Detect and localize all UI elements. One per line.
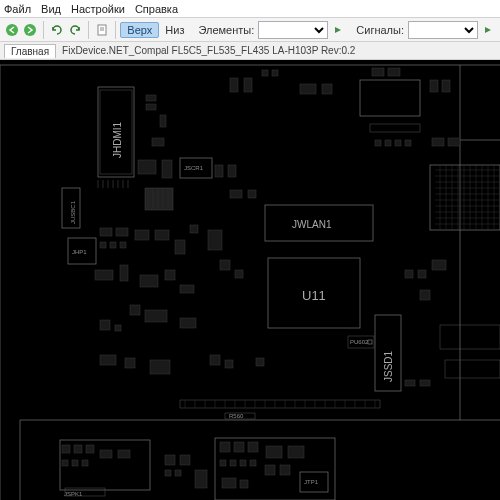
svg-rect-138 — [74, 445, 82, 453]
svg-rect-147 — [234, 442, 244, 452]
svg-rect-130 — [210, 355, 220, 365]
separator — [88, 21, 89, 39]
svg-rect-114 — [100, 320, 110, 330]
svg-rect-20 — [145, 188, 173, 210]
menu-view[interactable]: Вид — [41, 3, 61, 15]
svg-rect-102 — [135, 230, 149, 240]
label-pu602: PU602 — [350, 339, 369, 345]
rotate-right-button[interactable] — [67, 20, 83, 40]
svg-rect-94 — [405, 140, 411, 146]
svg-rect-96 — [448, 138, 460, 146]
svg-rect-151 — [220, 460, 226, 466]
svg-rect-95 — [432, 138, 444, 146]
svg-rect-109 — [140, 275, 158, 287]
svg-rect-118 — [235, 270, 243, 278]
svg-rect-106 — [208, 230, 222, 250]
svg-rect-107 — [95, 270, 113, 280]
elements-go-button[interactable] — [330, 20, 346, 40]
svg-rect-56 — [430, 165, 500, 230]
document-button[interactable] — [94, 20, 110, 40]
svg-rect-90 — [370, 124, 420, 132]
svg-rect-127 — [100, 355, 116, 365]
svg-rect-79 — [230, 78, 238, 92]
svg-rect-84 — [322, 84, 332, 94]
svg-rect-87 — [360, 80, 420, 116]
svg-rect-144 — [82, 460, 88, 466]
svg-rect-143 — [72, 460, 78, 466]
svg-rect-82 — [272, 70, 278, 76]
svg-rect-120 — [248, 190, 256, 198]
svg-rect-97 — [100, 228, 112, 236]
svg-rect-18 — [138, 160, 156, 174]
menu-file[interactable]: Файл — [4, 3, 31, 15]
label-jtp1: JTP1 — [304, 479, 319, 485]
svg-rect-152 — [230, 460, 236, 466]
svg-rect-98 — [116, 228, 128, 236]
svg-rect-142 — [62, 460, 68, 466]
svg-rect-162 — [165, 470, 171, 476]
rotate-left-button[interactable] — [49, 20, 65, 40]
layer-bottom-button[interactable]: Низ — [161, 23, 188, 37]
tab-bar: Главная FixDevice.NET_Compal FL5C5_FL535… — [0, 42, 500, 60]
svg-rect-140 — [100, 450, 112, 458]
menubar: Файл Вид Настройки Справка — [0, 0, 500, 18]
svg-point-1 — [24, 24, 36, 36]
svg-rect-89 — [442, 80, 450, 92]
svg-rect-100 — [110, 242, 116, 248]
tab-main[interactable]: Главная — [4, 44, 56, 58]
separator — [43, 21, 44, 39]
svg-rect-137 — [62, 445, 70, 453]
nav-forward-button[interactable] — [22, 20, 38, 40]
svg-rect-32 — [368, 340, 372, 344]
elements-combo[interactable] — [258, 21, 328, 39]
svg-rect-122 — [228, 165, 236, 177]
menu-help[interactable]: Справка — [135, 3, 178, 15]
pcb-viewport[interactable]: JHDMI1 JSCR1 JUSBC1 JHP1 JWLAN1 U11 JSSD… — [0, 60, 500, 500]
svg-rect-111 — [180, 285, 194, 293]
svg-rect-149 — [266, 446, 282, 458]
svg-rect-160 — [165, 455, 175, 465]
svg-rect-93 — [395, 140, 401, 146]
svg-rect-113 — [145, 310, 167, 322]
svg-rect-112 — [130, 305, 140, 315]
svg-rect-153 — [240, 460, 246, 466]
svg-rect-159 — [240, 480, 248, 488]
svg-rect-104 — [175, 240, 185, 254]
svg-rect-123 — [405, 270, 413, 278]
svg-rect-78 — [445, 360, 500, 378]
svg-rect-16 — [160, 115, 166, 127]
document-title: FixDevice.NET_Compal FL5C5_FL535_FL435 L… — [62, 45, 355, 56]
svg-rect-101 — [120, 242, 126, 248]
nav-back-button[interactable] — [4, 20, 20, 40]
svg-rect-15 — [146, 104, 156, 110]
svg-rect-119 — [230, 190, 242, 198]
elements-label: Элементы: — [198, 24, 254, 36]
svg-rect-124 — [418, 270, 426, 278]
toolbar: Верх Низ Элементы: Сигналы: — [0, 18, 500, 42]
layer-top-button[interactable]: Верх — [120, 22, 159, 38]
svg-rect-88 — [430, 80, 438, 92]
svg-rect-150 — [288, 446, 304, 458]
svg-rect-99 — [100, 242, 106, 248]
label-r560: R560 — [229, 413, 244, 419]
svg-point-0 — [6, 24, 18, 36]
signals-combo[interactable] — [408, 21, 478, 39]
svg-rect-115 — [115, 325, 121, 331]
svg-rect-132 — [256, 358, 264, 366]
svg-rect-105 — [190, 225, 198, 233]
svg-rect-103 — [155, 230, 169, 240]
svg-rect-86 — [388, 68, 400, 76]
svg-rect-92 — [385, 140, 391, 146]
signals-label: Сигналы: — [356, 24, 404, 36]
svg-rect-126 — [420, 290, 430, 300]
svg-rect-133 — [405, 380, 415, 386]
signals-go-button[interactable] — [480, 20, 496, 40]
menu-settings[interactable]: Настройки — [71, 3, 125, 15]
svg-rect-91 — [375, 140, 381, 146]
svg-rect-85 — [372, 68, 384, 76]
label-jwlan1: JWLAN1 — [292, 219, 332, 230]
svg-rect-83 — [300, 84, 316, 94]
svg-rect-163 — [175, 470, 181, 476]
svg-rect-14 — [146, 95, 156, 101]
svg-rect-131 — [225, 360, 233, 368]
